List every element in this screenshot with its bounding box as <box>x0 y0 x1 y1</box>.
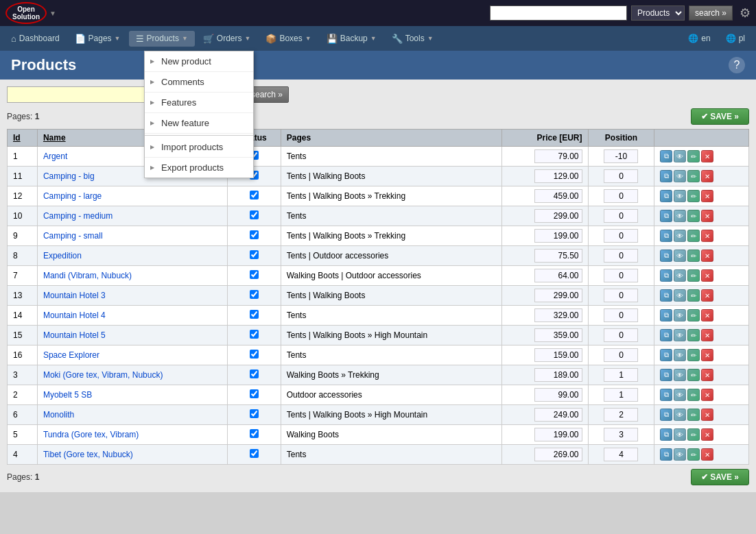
status-checkbox[interactable] <box>250 310 259 319</box>
product-link[interactable]: Myobelt 5 SB <box>43 390 92 400</box>
price-input[interactable] <box>534 328 582 342</box>
nav-lang-pl[interactable]: 🌐 pl <box>719 31 752 46</box>
copy-icon[interactable]: ⧉ <box>660 448 672 461</box>
view-icon[interactable]: 👁 <box>674 448 686 461</box>
delete-icon[interactable]: ✕ <box>701 269 713 282</box>
view-icon[interactable]: 👁 <box>674 389 686 401</box>
save-button-bottom[interactable]: ✔ SAVE » <box>691 469 749 485</box>
help-button[interactable]: ? <box>729 57 745 73</box>
view-icon[interactable]: 👁 <box>674 210 686 222</box>
delete-icon[interactable]: ✕ <box>701 210 713 222</box>
status-checkbox[interactable] <box>250 270 259 279</box>
view-icon[interactable]: 👁 <box>674 309 686 321</box>
price-input[interactable] <box>534 408 582 422</box>
edit-icon[interactable]: ✏ <box>687 269 700 282</box>
product-link[interactable]: Camping - big <box>43 171 95 181</box>
product-link[interactable]: Argent <box>43 151 67 161</box>
product-link[interactable]: Mountain Hotel 3 <box>43 291 106 300</box>
settings-icon[interactable]: ⚙ <box>740 5 751 21</box>
view-icon[interactable]: 👁 <box>674 409 686 421</box>
product-link[interactable]: Camping - medium <box>43 211 113 221</box>
status-checkbox[interactable] <box>250 449 259 458</box>
copy-icon[interactable]: ⧉ <box>660 170 672 182</box>
delete-icon[interactable]: ✕ <box>701 250 713 262</box>
nav-dashboard[interactable]: ⌂ Dashboard <box>4 31 67 47</box>
search-input-top[interactable] <box>490 5 627 21</box>
status-checkbox[interactable] <box>250 230 259 239</box>
edit-icon[interactable]: ✏ <box>687 309 700 321</box>
view-icon[interactable]: 👁 <box>674 269 686 282</box>
price-input[interactable] <box>534 149 582 163</box>
status-checkbox[interactable] <box>250 389 259 398</box>
edit-icon[interactable]: ✏ <box>687 409 700 421</box>
price-input[interactable] <box>534 428 582 441</box>
view-icon[interactable]: 👁 <box>674 250 686 262</box>
nav-backup[interactable]: 💾 Backup ▼ <box>320 31 383 47</box>
product-link[interactable]: Camping - small <box>43 231 103 241</box>
delete-icon[interactable]: ✕ <box>701 389 713 401</box>
edit-icon[interactable]: ✏ <box>687 349 700 361</box>
price-input[interactable] <box>534 308 582 322</box>
price-input[interactable] <box>534 448 582 461</box>
status-checkbox[interactable] <box>250 369 259 378</box>
edit-icon[interactable]: ✏ <box>687 230 700 242</box>
price-input[interactable] <box>534 169 582 183</box>
position-input[interactable] <box>604 408 638 422</box>
delete-icon[interactable]: ✕ <box>701 428 713 441</box>
product-link[interactable]: Mountain Hotel 4 <box>43 311 106 320</box>
copy-icon[interactable]: ⧉ <box>660 230 672 242</box>
product-link[interactable]: Tibet (Gore tex, Nubuck) <box>43 450 133 459</box>
view-icon[interactable]: 👁 <box>674 349 686 361</box>
edit-icon[interactable]: ✏ <box>687 250 700 262</box>
copy-icon[interactable]: ⧉ <box>660 309 672 321</box>
delete-icon[interactable]: ✕ <box>701 448 713 461</box>
delete-icon[interactable]: ✕ <box>701 190 713 202</box>
product-link[interactable]: Mandi (Vibram, Nubuck) <box>43 271 132 280</box>
edit-icon[interactable]: ✏ <box>687 170 700 182</box>
product-link[interactable]: Moki (Gore tex, Vibram, Nubuck) <box>43 370 163 380</box>
dropdown-import-products[interactable]: Import products <box>145 137 253 158</box>
copy-icon[interactable]: ⧉ <box>660 269 672 282</box>
delete-icon[interactable]: ✕ <box>701 349 713 361</box>
position-input[interactable] <box>604 229 638 243</box>
copy-icon[interactable]: ⧉ <box>660 190 672 202</box>
copy-icon[interactable]: ⧉ <box>660 289 672 302</box>
status-checkbox[interactable] <box>250 191 259 199</box>
view-icon[interactable]: 👁 <box>674 230 686 242</box>
position-input[interactable] <box>604 269 638 282</box>
position-input[interactable] <box>604 149 638 163</box>
delete-icon[interactable]: ✕ <box>701 409 713 421</box>
view-icon[interactable]: 👁 <box>674 190 686 202</box>
filter-input[interactable] <box>7 86 158 103</box>
copy-icon[interactable]: ⧉ <box>660 210 672 222</box>
delete-icon[interactable]: ✕ <box>701 329 713 341</box>
status-checkbox[interactable] <box>250 330 259 339</box>
position-input[interactable] <box>604 169 638 183</box>
nav-tools[interactable]: 🔧 Tools ▼ <box>385 31 440 47</box>
delete-icon[interactable]: ✕ <box>701 230 713 242</box>
view-icon[interactable]: 👁 <box>674 428 686 441</box>
edit-icon[interactable]: ✏ <box>687 448 700 461</box>
price-input[interactable] <box>534 368 582 382</box>
price-input[interactable] <box>534 348 582 362</box>
position-input[interactable] <box>604 328 638 342</box>
copy-icon[interactable]: ⧉ <box>660 150 672 162</box>
product-link[interactable]: Mountain Hotel 5 <box>43 330 106 340</box>
edit-icon[interactable]: ✏ <box>687 190 700 202</box>
position-input[interactable] <box>604 249 638 263</box>
dropdown-comments[interactable]: Comments <box>145 72 253 93</box>
price-input[interactable] <box>534 229 582 243</box>
copy-icon[interactable]: ⧉ <box>660 389 672 401</box>
delete-icon[interactable]: ✕ <box>701 309 713 321</box>
position-input[interactable] <box>604 448 638 461</box>
position-input[interactable] <box>604 428 638 441</box>
product-link[interactable]: Tundra (Gore tex, Vibram) <box>43 430 139 439</box>
edit-icon[interactable]: ✏ <box>687 389 700 401</box>
view-icon[interactable]: 👁 <box>674 289 686 302</box>
price-input[interactable] <box>534 269 582 282</box>
nav-products[interactable]: ☰ Products ▼ <box>129 31 195 47</box>
price-input[interactable] <box>534 388 582 402</box>
delete-icon[interactable]: ✕ <box>701 170 713 182</box>
edit-icon[interactable]: ✏ <box>687 428 700 441</box>
nav-pages[interactable]: 📄 Pages ▼ <box>68 31 128 47</box>
